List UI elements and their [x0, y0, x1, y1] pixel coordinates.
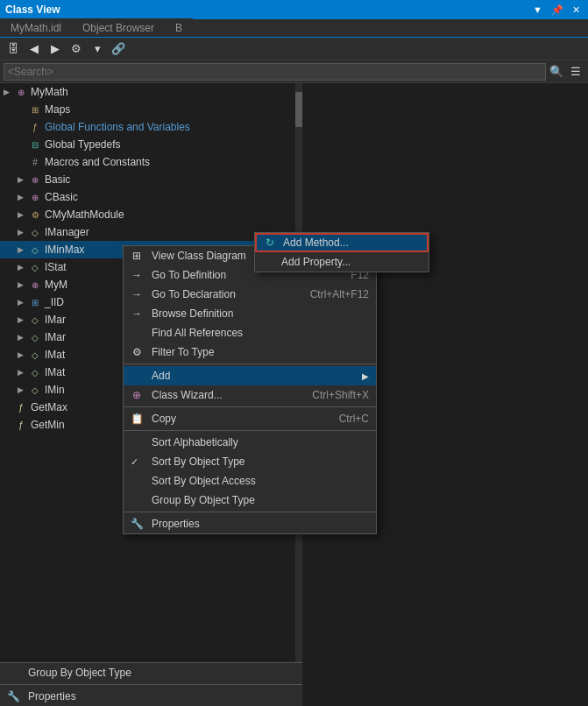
close-button[interactable]: ✕ [570, 4, 583, 17]
tree-item-label: IMinMax [45, 244, 84, 256]
submenu: ↻ Add Method... Add Property... [254, 232, 429, 272]
menu-item-filter-to-type[interactable]: ⚙ Filter To Type [124, 342, 376, 362]
menu-separator [0, 684, 302, 685]
menu-item-browse-definition[interactable]: → Browse Definition [124, 304, 376, 323]
scrollbar-thumb[interactable] [295, 92, 302, 127]
menu-item-label: Filter To Type [152, 346, 369, 358]
expand-arrow: ▶ [18, 298, 28, 307]
bottom-menu-item-properties[interactable]: 🔧 Properties [0, 687, 302, 706]
tab-object-browser[interactable]: Object Browser [72, 18, 165, 37]
new-folder-button[interactable]: 🗄 [4, 39, 23, 59]
expand-arrow: ▶ [18, 368, 28, 377]
menu-item-sort-object-access[interactable]: Sort By Object Access [124, 471, 376, 491]
tree-item-label: IMat [45, 366, 65, 378]
menu-separator [124, 406, 376, 407]
search-button[interactable]: 🔍 [548, 63, 565, 81]
tree-item-label: _IID [45, 296, 64, 308]
interface-icon: ◇ [28, 330, 42, 344]
fn-icon: ƒ [14, 400, 28, 414]
menu-item-goto-declaration[interactable]: → Go To Declaration Ctrl+Alt+F12 [124, 285, 376, 304]
forward-button[interactable]: ▶ [46, 39, 65, 59]
tree-item-label: IMin [45, 384, 65, 396]
bottom-menu-item-group-by-type[interactable]: Group By Object Type [0, 663, 302, 682]
tree-item-global-functions[interactable]: ƒ Global Functions and Variables [0, 118, 302, 136]
menu-item-label: Group By Object Type [28, 667, 295, 679]
menu-item-label: Class Wizard... [152, 389, 305, 401]
menu-item-properties[interactable]: 🔧 Properties [124, 514, 376, 533]
menu-item-add[interactable]: Add ▶ [124, 366, 376, 385]
goto-decl-icon: → [129, 286, 145, 302]
macro-icon: # [28, 155, 42, 169]
menu-item-label: Browse Definition [152, 307, 369, 320]
interface-icon: ◇ [28, 383, 42, 397]
main-area: ▶ ⊕ MyMath ⊞ Maps ƒ Global Functions and… [0, 83, 588, 706]
class-icon: ⊕ [28, 278, 42, 292]
global-fn-icon: ƒ [28, 120, 42, 134]
expand-arrow: ▶ [18, 175, 28, 184]
menu-item-copy[interactable]: 📋 Copy Ctrl+C [124, 409, 376, 428]
menu-item-find-all-references[interactable]: Find All References [124, 323, 376, 342]
settings-button[interactable]: ⚙ [67, 39, 86, 59]
menu-separator [124, 512, 376, 512]
tree-item-maps[interactable]: ⊞ Maps [0, 101, 302, 118]
menu-item-sort-alpha[interactable]: Sort Alphabetically [124, 433, 376, 452]
tree-item-cbasic[interactable]: ▶ ⊕ CBasic [0, 188, 302, 206]
interface-icon: ◇ [28, 313, 42, 327]
module-icon: ⚙ [28, 208, 42, 222]
toolbar: 🗄 ◀ ▶ ⚙ ▾ 🔗 [0, 38, 588, 60]
expand-arrow: ▶ [18, 315, 28, 324]
submenu-item-add-method[interactable]: ↻ Add Method... [255, 233, 429, 252]
tab-mymath-idl[interactable]: MyMath.idl [0, 18, 72, 37]
tree-item-basic[interactable]: ▶ ⊕ Basic [0, 171, 302, 188]
dropdown-button[interactable]: ▾ [88, 39, 107, 59]
tree-item-macros[interactable]: # Macros and Constants [0, 153, 302, 171]
menu-separator [124, 430, 376, 431]
tab-b[interactable]: B [165, 18, 193, 37]
expand-arrow: ▶ [18, 193, 28, 201]
submenu-arrow: ▶ [362, 371, 369, 381]
filter-button[interactable]: ☰ [567, 63, 584, 81]
tree-item-label: IMar [45, 314, 66, 326]
menu-item-sort-object-type[interactable]: ✓ Sort By Object Type [124, 452, 376, 471]
expand-arrow: ▶ [18, 245, 28, 254]
interface-icon: ◇ [28, 365, 42, 379]
class-icon: ⊕ [28, 173, 42, 187]
tree-item-label: CMyMathModule [45, 208, 124, 221]
class-icon: ⊕ [28, 190, 42, 204]
interface-icon: ◇ [28, 225, 42, 239]
view-diagram-icon: ⊞ [129, 248, 145, 264]
tree-item-label: GetMin [31, 419, 65, 431]
menu-item-class-wizard[interactable]: ⊕ Class Wizard... Ctrl+Shift+X [124, 385, 376, 405]
menu-item-label: Properties [28, 690, 295, 702]
menu-item-label: Add [152, 370, 355, 382]
expand-arrow: ▶ [4, 88, 14, 96]
title-bar-text: Class View [5, 4, 525, 16]
menu-separator [124, 364, 376, 364]
menu-item-group-by-object-type[interactable]: Group By Object Type [124, 491, 376, 510]
context-menu: ⊞ View Class Diagram → Go To Definition … [123, 245, 377, 534]
tree-item-cmymathmodule[interactable]: ▶ ⚙ CMyMathModule [0, 206, 302, 223]
goto-def-icon: → [129, 267, 145, 283]
interface-icon: ◇ [28, 348, 42, 362]
expand-arrow: ▶ [18, 228, 28, 237]
expand-arrow: ▶ [18, 350, 28, 359]
back-button[interactable]: ◀ [25, 39, 44, 59]
menu-item-label: Sort By Object Access [152, 475, 369, 487]
pin-button[interactable]: ▼ [530, 4, 545, 16]
add-method-icon: ↻ [262, 235, 278, 251]
tree-item-global-typedefs[interactable]: ⊟ Global Typedefs [0, 136, 302, 153]
copy-icon: 📋 [129, 411, 145, 427]
submenu-item-add-property[interactable]: Add Property... [255, 252, 429, 272]
search-input-wrap[interactable] [4, 63, 546, 81]
dock-button[interactable]: 📌 [549, 4, 566, 17]
menu-item-label: Go To Declaration [152, 288, 303, 300]
sync-button[interactable]: 🔗 [109, 39, 128, 59]
bottom-overlay: Group By Object Type 🔧 Properties [0, 662, 302, 706]
properties-icon: 🔧 [129, 516, 145, 532]
search-input[interactable] [8, 66, 542, 78]
tree-item-mymath[interactable]: ▶ ⊕ MyMath [0, 83, 302, 101]
check-icon: ✓ [131, 456, 138, 468]
submenu-item-label: Add Method... [283, 237, 349, 249]
class-icon: ⊕ [14, 85, 28, 99]
tree-item-label: IMat [45, 349, 65, 361]
